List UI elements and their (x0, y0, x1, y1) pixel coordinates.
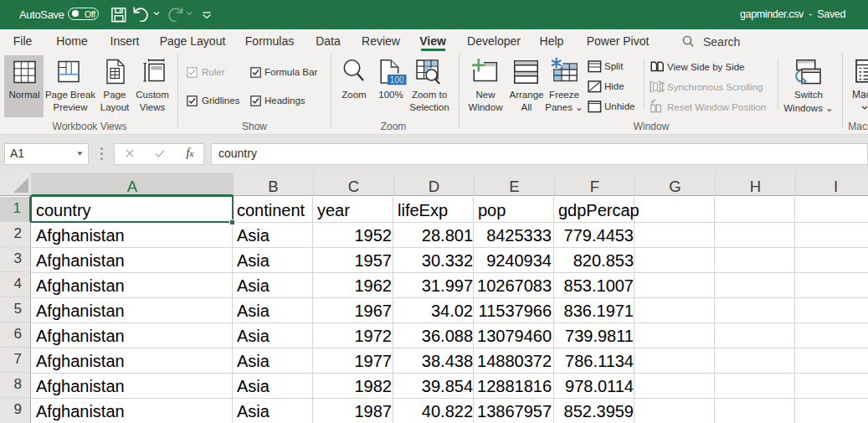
svg-text:100: 100 (390, 75, 404, 85)
